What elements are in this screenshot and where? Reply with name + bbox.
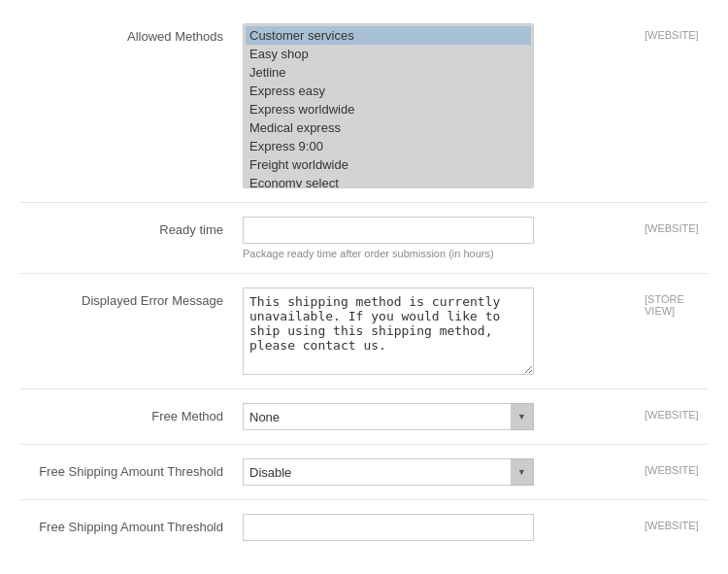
free-shipping-amount-label: Free Shipping Amount Threshold xyxy=(19,514,243,534)
ready-time-scope: [WEBSITE] xyxy=(631,217,709,234)
allowed-methods-label: Allowed Methods xyxy=(19,23,243,44)
error-message-field: This shipping method is currently unavai… xyxy=(243,287,631,375)
free-shipping-threshold-wrapper: Disable Enable xyxy=(243,458,534,486)
free-method-row: Free Method None [WEBSITE] xyxy=(19,389,709,445)
free-shipping-threshold-row: Free Shipping Amount Threshold Disable E… xyxy=(19,445,709,500)
free-method-select[interactable]: None xyxy=(243,403,534,430)
error-message-textarea[interactable]: This shipping method is currently unavai… xyxy=(243,287,534,375)
allowed-methods-field: Customer services Easy shop Jetline Expr… xyxy=(243,23,631,188)
ready-time-note: Package ready time after order submissio… xyxy=(243,248,631,259)
option-freight-worldwide[interactable]: Freight worldwide xyxy=(246,155,531,174)
free-shipping-threshold-label: Free Shipping Amount Threshold xyxy=(19,458,243,479)
allowed-methods-select[interactable]: Customer services Easy shop Jetline Expr… xyxy=(243,23,534,188)
free-method-label: Free Method xyxy=(19,403,243,423)
free-shipping-threshold-select[interactable]: Disable Enable xyxy=(243,458,534,486)
option-express-worldwide[interactable]: Express worldwide xyxy=(246,100,531,118)
free-shipping-amount-row: Free Shipping Amount Threshold [WEBSITE] xyxy=(19,500,709,555)
free-shipping-threshold-scope: [WEBSITE] xyxy=(631,458,709,476)
allowed-methods-scope: [WEBSITE] xyxy=(631,23,709,41)
error-message-label: Displayed Error Message xyxy=(19,287,243,308)
option-express-easy[interactable]: Express easy xyxy=(246,82,531,100)
option-economy-select[interactable]: Economy select xyxy=(246,174,531,188)
option-easy-shop[interactable]: Easy shop xyxy=(246,45,531,63)
option-jetline[interactable]: Jetline xyxy=(246,63,531,82)
option-customer-services[interactable]: Customer services xyxy=(246,26,531,45)
free-method-field: None xyxy=(243,403,631,430)
error-message-scope: [STORE VIEW] xyxy=(631,287,709,317)
error-message-row: Displayed Error Message This shipping me… xyxy=(19,274,709,389)
ready-time-field: Package ready time after order submissio… xyxy=(243,217,631,259)
free-shipping-amount-input[interactable] xyxy=(243,514,534,541)
free-method-scope: [WEBSITE] xyxy=(631,403,709,421)
ready-time-input[interactable] xyxy=(243,217,534,244)
free-method-wrapper: None xyxy=(243,403,534,430)
ready-time-row: Ready time Package ready time after orde… xyxy=(19,203,709,274)
option-express-9[interactable]: Express 9:00 xyxy=(246,137,531,155)
ready-time-label: Ready time xyxy=(19,217,243,237)
free-shipping-threshold-field: Disable Enable xyxy=(243,458,631,486)
option-medical-express[interactable]: Medical express xyxy=(246,118,531,137)
settings-form: Allowed Methods Customer services Easy s… xyxy=(0,0,728,564)
free-shipping-amount-field xyxy=(243,514,631,541)
free-shipping-amount-scope: [WEBSITE] xyxy=(631,514,709,531)
allowed-methods-row: Allowed Methods Customer services Easy s… xyxy=(19,10,709,203)
